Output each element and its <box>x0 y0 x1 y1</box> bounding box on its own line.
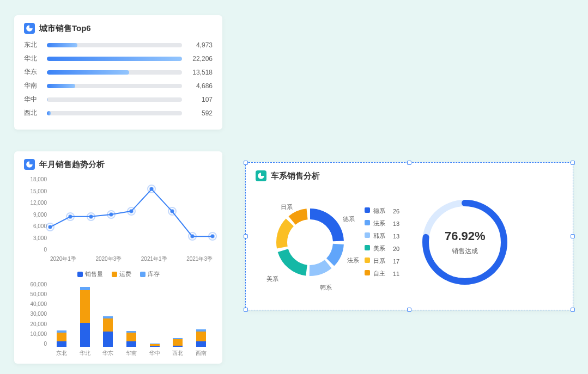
bar-segment <box>196 341 206 347</box>
bar-segment <box>126 341 136 347</box>
top6-label: 东北 <box>24 40 41 50</box>
legend-name: 自主 <box>373 270 385 277</box>
line-chart: 18,00015,00012,0009,0006,0003,0000 2020年… <box>24 176 213 269</box>
chart-icon <box>256 170 266 181</box>
donut-chart: 日系德系法系韩系美系 <box>256 188 365 297</box>
legend-name: 韩系 <box>373 232 385 239</box>
legend-item[interactable]: 自主 <box>365 269 385 278</box>
top6-title: 城市销售Top6 <box>24 23 213 34</box>
stacked-bar-chart: 60,00050,00040,00030,00020,00010,0000 东北… <box>24 281 213 363</box>
legend-item[interactable]: 运费 <box>112 270 131 278</box>
bar-segment <box>80 323 90 347</box>
bar-segment <box>173 346 183 347</box>
bar-segment <box>57 333 66 341</box>
trend-legend: 销售量运费库存 <box>24 270 213 278</box>
bar-yaxis: 60,00050,00040,00030,00020,00010,0000 <box>24 281 47 347</box>
top6-value: 592 <box>187 109 213 117</box>
y-tick: 40,000 <box>24 301 47 307</box>
x-tick: 华东 <box>102 350 113 357</box>
x-tick: 东北 <box>56 350 67 357</box>
top6-panel: 城市销售Top6 东北 4,973 华北 22,206 华东 13,518 华南… <box>14 15 222 130</box>
x-tick: 2020年3季 <box>95 255 122 263</box>
donut-label: 日系 <box>281 203 293 211</box>
bar-track <box>47 43 182 47</box>
bar-column <box>150 344 160 347</box>
y-tick: 6,000 <box>24 223 47 229</box>
legend-swatch <box>365 245 370 250</box>
legend-value: 26 <box>393 208 399 214</box>
series-panel[interactable]: 车系销售分析 日系德系法系韩系美系 德系26法系13韩系13美系20日系17自主… <box>245 162 573 310</box>
bar-fill <box>47 84 75 88</box>
series-legend: 德系26法系13韩系13美系20日系17自主11 <box>365 207 399 278</box>
top6-label: 华中 <box>24 95 41 104</box>
donut-area: 日系德系法系韩系美系 德系26法系13韩系13美系20日系17自主11 76.9… <box>256 188 563 297</box>
y-tick: 50,000 <box>24 291 47 297</box>
bar-segment <box>173 339 183 346</box>
y-tick: 15,000 <box>24 188 47 194</box>
data-point <box>66 212 75 221</box>
y-tick: 9,000 <box>24 212 47 218</box>
resize-handle-bl[interactable] <box>244 308 248 312</box>
y-tick: 10,000 <box>24 331 47 337</box>
legend-item[interactable]: 日系 <box>365 257 385 265</box>
legend-item[interactable]: 德系 <box>365 207 385 215</box>
bar-fill <box>47 111 51 115</box>
legend-swatch <box>140 272 146 277</box>
bar-track <box>47 57 182 61</box>
gauge-chart: 76.92% 销售达成 <box>416 193 514 291</box>
legend-swatch <box>365 207 370 213</box>
data-point <box>147 185 156 193</box>
resize-handle-t[interactable] <box>407 161 411 165</box>
legend-item[interactable]: 法系 <box>365 219 385 228</box>
resize-handle-br[interactable] <box>571 308 575 312</box>
legend-swatch <box>365 270 370 275</box>
y-tick: 20,000 <box>24 321 47 327</box>
x-tick: 2021年3季 <box>186 255 213 263</box>
legend-item[interactable]: 库存 <box>140 270 160 278</box>
line-yaxis: 18,00015,00012,0009,0006,0003,0000 <box>24 176 47 253</box>
top6-row: 华南 4,686 <box>24 81 213 90</box>
donut-label: 法系 <box>347 256 359 265</box>
bar-segment <box>57 341 66 347</box>
line-xaxis: 2020年1季2020年3季2021年1季2021年3季 <box>50 255 213 263</box>
top6-value: 22,206 <box>187 55 213 63</box>
legend-name: 美系 <box>373 245 385 252</box>
bar-segment <box>196 332 206 341</box>
x-tick: 2021年1季 <box>141 255 167 263</box>
bar-column <box>196 329 206 347</box>
top6-bars: 东北 4,973 华北 22,206 华东 13,518 华南 4,686 华中 <box>24 40 213 118</box>
legend-item[interactable]: 韩系 <box>365 232 385 240</box>
gauge-label: 销售达成 <box>452 247 478 256</box>
chart-icon <box>24 159 35 170</box>
bar-column <box>173 338 183 347</box>
resize-handle-l[interactable] <box>244 234 248 238</box>
data-point <box>127 207 136 216</box>
bar-xaxis: 东北华北华东华南华中西北西南 <box>50 350 213 357</box>
legend-name: 德系 <box>373 207 385 214</box>
bar-column <box>80 287 90 347</box>
y-tick: 0 <box>24 247 47 253</box>
resize-handle-tr[interactable] <box>571 161 575 165</box>
bar-segment <box>150 346 160 347</box>
legend-item[interactable]: 美系 <box>365 244 385 253</box>
resize-handle-b[interactable] <box>407 308 411 312</box>
resize-handle-r[interactable] <box>571 234 575 238</box>
top6-row: 华中 107 <box>24 95 213 104</box>
legend-swatch <box>365 232 370 238</box>
legend-item[interactable]: 销售量 <box>77 270 103 278</box>
bar-fill <box>47 97 47 102</box>
top6-label: 西北 <box>24 108 41 118</box>
legend-value: 13 <box>393 220 399 227</box>
trend-title-text: 年月销售趋势分析 <box>39 160 105 170</box>
legend-value: 17 <box>393 258 399 265</box>
trend-title: 年月销售趋势分析 <box>24 159 213 170</box>
resize-handle-tl[interactable] <box>244 161 248 165</box>
line-plot <box>50 176 213 253</box>
top6-row: 西北 592 <box>24 108 213 118</box>
top6-label: 华东 <box>24 68 41 77</box>
y-tick: 60,000 <box>24 281 47 287</box>
y-tick: 0 <box>24 341 47 347</box>
bar-segment <box>126 333 136 341</box>
series-title: 车系销售分析 <box>256 170 563 181</box>
legend-swatch <box>365 220 370 225</box>
